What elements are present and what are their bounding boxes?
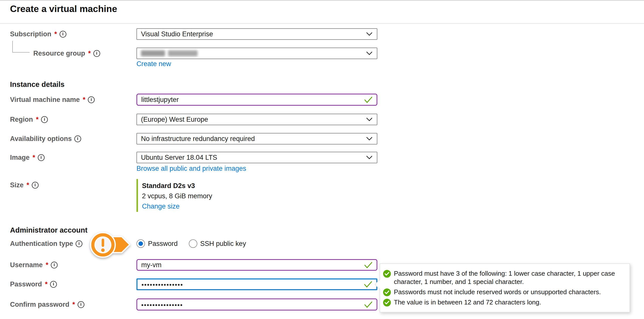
chevron-down-icon bbox=[366, 137, 373, 141]
header-divider bbox=[0, 23, 644, 24]
region-label: Region* i bbox=[10, 114, 48, 124]
size-selection-bar bbox=[136, 179, 138, 212]
info-icon[interactable]: i bbox=[50, 281, 57, 288]
radio-ssh-label: SSH public key bbox=[200, 240, 246, 248]
password-validation-tooltip: Password must have 3 of the following: 1… bbox=[380, 263, 630, 312]
change-size-link[interactable]: Change size bbox=[142, 203, 180, 210]
image-dropdown[interactable]: Ubuntu Server 18.04 LTS bbox=[136, 152, 377, 163]
username-value: my-vm bbox=[141, 261, 162, 269]
required-asterisk: * bbox=[88, 50, 91, 57]
chevron-down-icon bbox=[366, 51, 373, 55]
validation-rule-text: Passwords must not include reserved word… bbox=[394, 288, 601, 296]
required-asterisk: * bbox=[27, 181, 29, 189]
vm-name-label: Virtual machine name* i bbox=[10, 95, 95, 105]
required-asterisk: * bbox=[54, 30, 57, 38]
info-icon[interactable]: i bbox=[93, 50, 100, 57]
resource-group-label: Resource group* i bbox=[33, 48, 100, 58]
info-icon[interactable]: i bbox=[51, 262, 58, 268]
info-icon[interactable]: i bbox=[41, 116, 48, 123]
required-asterisk: * bbox=[33, 154, 35, 162]
radio-unselected-icon bbox=[189, 239, 197, 248]
instance-details-heading: Instance details bbox=[10, 80, 65, 89]
required-asterisk: * bbox=[83, 96, 86, 104]
success-check-icon bbox=[383, 288, 391, 296]
resource-group-dropdown[interactable] bbox=[136, 48, 377, 59]
subscription-dropdown[interactable]: Visual Studio Enterprise bbox=[136, 28, 377, 40]
attention-callout-icon bbox=[88, 230, 133, 261]
radio-password-label: Password bbox=[148, 240, 178, 248]
authentication-type-radio-group: Password SSH public key bbox=[136, 238, 246, 249]
info-icon[interactable]: i bbox=[78, 301, 84, 308]
image-label: Image* i bbox=[10, 152, 45, 163]
password-input[interactable]: ••••••••••••••• bbox=[136, 278, 377, 290]
success-check-icon bbox=[383, 299, 391, 306]
vm-name-input[interactable]: littlestjupyter bbox=[136, 94, 377, 106]
valid-check-icon bbox=[364, 262, 373, 268]
success-check-icon bbox=[383, 270, 391, 278]
size-name: Standard D2s v3 bbox=[142, 182, 195, 190]
create-new-link[interactable]: Create new bbox=[136, 60, 171, 68]
info-icon[interactable]: i bbox=[32, 182, 39, 189]
availability-options-dropdown[interactable]: No infrastructure redundancy required bbox=[136, 133, 377, 144]
image-value: Ubuntu Server 18.04 LTS bbox=[141, 154, 217, 162]
valid-check-icon bbox=[364, 281, 372, 288]
availability-options-label: Availability options i bbox=[10, 134, 81, 144]
radio-password[interactable]: Password bbox=[136, 239, 178, 248]
validation-rule-item: The value is in between 12 and 72 charac… bbox=[383, 298, 624, 306]
info-icon[interactable]: i bbox=[60, 31, 66, 38]
password-masked-value: ••••••••••••••• bbox=[141, 281, 183, 289]
info-icon[interactable]: i bbox=[74, 135, 81, 142]
password-label: Password* i bbox=[10, 279, 57, 289]
valid-check-icon bbox=[364, 301, 373, 308]
region-dropdown[interactable]: (Europe) West Europe bbox=[136, 114, 377, 125]
page-title: Create a virtual machine bbox=[10, 4, 117, 14]
subscription-label: Subscription* i bbox=[10, 29, 66, 39]
confirm-password-label: Confirm password* i bbox=[10, 299, 84, 309]
username-label: Username* i bbox=[10, 260, 58, 270]
authentication-type-label: Authentication type i bbox=[10, 239, 82, 249]
vm-name-value: littlestjupyter bbox=[141, 96, 179, 104]
username-input[interactable]: my-vm bbox=[136, 259, 377, 271]
region-value: (Europe) West Europe bbox=[141, 116, 208, 123]
required-asterisk: * bbox=[45, 280, 48, 288]
validation-rule-text: Password must have 3 of the following: 1… bbox=[394, 269, 624, 286]
required-asterisk: * bbox=[36, 116, 39, 123]
radio-selected-icon bbox=[136, 239, 145, 248]
administrator-account-heading: Administrator account bbox=[10, 226, 87, 234]
tree-connector bbox=[12, 41, 30, 53]
create-vm-page: Create a virtual machine Subscription* i… bbox=[0, 0, 644, 319]
subscription-value: Visual Studio Enterprise bbox=[141, 30, 213, 38]
confirm-password-masked-value: ••••••••••••••• bbox=[141, 301, 183, 309]
size-label: Size* i bbox=[10, 180, 39, 190]
browse-images-link[interactable]: Browse all public and private images bbox=[136, 165, 246, 173]
radio-ssh-public-key[interactable]: SSH public key bbox=[189, 239, 246, 248]
resource-group-value-redacted bbox=[141, 50, 198, 56]
validation-rule-item: Passwords must not include reserved word… bbox=[383, 288, 624, 296]
validation-rule-item: Password must have 3 of the following: 1… bbox=[383, 269, 624, 286]
availability-options-value: No infrastructure redundancy required bbox=[141, 135, 255, 143]
chevron-down-icon bbox=[366, 32, 373, 36]
valid-check-icon bbox=[364, 96, 373, 103]
validation-rule-text: The value is in between 12 and 72 charac… bbox=[394, 298, 541, 306]
required-asterisk: * bbox=[46, 261, 49, 269]
required-asterisk: * bbox=[72, 301, 75, 308]
info-icon[interactable]: i bbox=[76, 240, 82, 247]
size-specs: 2 vcpus, 8 GiB memory bbox=[142, 192, 212, 200]
confirm-password-input[interactable]: ••••••••••••••• bbox=[136, 298, 377, 310]
chevron-down-icon bbox=[366, 117, 373, 121]
info-icon[interactable]: i bbox=[88, 96, 95, 103]
info-icon[interactable]: i bbox=[38, 154, 45, 161]
chevron-down-icon bbox=[366, 155, 373, 159]
